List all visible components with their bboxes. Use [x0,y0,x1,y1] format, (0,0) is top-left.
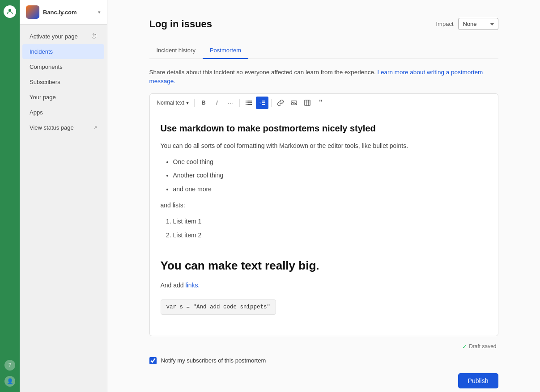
toolbar-divider-3 [271,99,272,107]
bullet-list-button[interactable] [242,97,255,109]
editor-code-snippet: var s = "And add code snippets" [161,299,276,315]
draft-saved-indicator: ✓ Draft saved [149,341,498,353]
rail-bottom-icons: ? 👤 [4,360,15,387]
link-button[interactable] [274,97,287,109]
tabs: Incident history Postmortem [149,42,498,59]
toolbar-divider-1 [194,99,195,107]
ordered-list-button[interactable]: 1. [256,97,268,109]
sidebar: Banc.ly.com ▾ Activate your page ⏱ Incid… [20,0,107,392]
italic-button[interactable]: I [211,97,223,109]
left-rail: ? 👤 [0,0,20,392]
svg-rect-13 [305,100,310,105]
quote-button[interactable]: " [315,97,327,109]
editor-paragraph1: You can do all sorts of cool formatting … [161,141,487,151]
chevron-down-icon: ▾ [186,100,189,106]
more-options-button[interactable]: ··· [224,97,237,109]
help-icon[interactable]: ? [4,360,15,371]
sidebar-incidents-label: Incidents [30,48,53,55]
editor-bullet-list: One cool thing Another cool thing and on… [173,157,487,194]
and-lists-label: and lists: [161,200,487,210]
main-inner: Log in issues Impact None Minor Major Cr… [132,0,516,392]
tab-incident-history[interactable]: Incident history [149,42,203,59]
editor-toolbar: Normal text ▾ B I ··· 1. [150,94,498,112]
toolbar-divider-2 [239,99,240,107]
sidebar-apps-label: Apps [30,109,43,116]
checkmark-icon: ✓ [462,343,467,350]
svg-rect-6 [247,104,252,105]
publish-row: Publish [149,373,498,388]
impact-row: Impact None Minor Major Critical [436,18,498,30]
sidebar-item-incidents[interactable]: Incidents [22,44,104,59]
main-content: Log in issues Impact None Minor Major Cr… [107,0,540,392]
company-selector[interactable]: Banc.ly.com ▾ [20,0,107,25]
editor-link[interactable]: links. [186,282,200,289]
image-button[interactable] [288,97,300,109]
svg-rect-9 [262,102,265,103]
sidebar-view-status-label: View status page [30,124,74,131]
publish-button[interactable]: Publish [458,373,498,388]
user-icon[interactable]: 👤 [4,376,15,387]
impact-label: Impact [436,21,453,27]
sidebar-subscribers-label: Subscribers [30,79,60,85]
editor-container: Normal text ▾ B I ··· 1. [149,93,498,336]
editor-body[interactable]: Use markdown to make postmortems nicely … [150,112,498,336]
notify-checkbox[interactable] [149,357,157,364]
svg-rect-2 [247,101,252,101]
page-header: Log in issues Impact None Minor Major Cr… [149,18,498,30]
svg-rect-3 [246,102,247,103]
text-style-selector[interactable]: Normal text ▾ [154,98,191,108]
sidebar-item-apps[interactable]: Apps [22,105,104,120]
numbered-item-2: List item 2 [173,230,487,240]
external-link-icon: ↗ [93,125,97,131]
editor-numbered-list: List item 1 List item 2 [173,216,487,240]
editor-big-heading: You can make text really big. [161,257,487,275]
table-button[interactable] [301,97,314,109]
editor-link-paragraph: And add links. [161,280,487,290]
notify-label[interactable]: Notify my subscribers of this postmortem [161,357,266,364]
notify-row: Notify my subscribers of this postmortem [149,357,498,364]
bullet-item-1: One cool thing [173,157,487,167]
bullet-item-3: and one more [173,184,487,194]
bold-button[interactable]: B [197,97,210,109]
sidebar-your-page-label: Your page [30,94,56,101]
numbered-item-1: List item 1 [173,216,487,226]
sidebar-activate-label: Activate your page [30,33,78,40]
sidebar-item-components[interactable]: Components [22,59,104,74]
chevron-down-icon: ▾ [98,9,101,15]
svg-rect-5 [246,104,247,105]
company-name: Banc.ly.com [43,9,94,16]
bullet-item-2: Another cool thing [173,170,487,180]
app-logo [4,5,16,18]
svg-rect-8 [262,101,265,101]
sidebar-item-view-status[interactable]: View status page ↗ [22,120,104,135]
sidebar-nav: Activate your page ⏱ Incidents Component… [20,25,107,139]
page-title: Log in issues [149,18,213,30]
editor-heading: Use markdown to make postmortems nicely … [161,121,487,135]
activate-icon: ⏱ [91,33,97,40]
sidebar-components-label: Components [30,63,63,70]
company-logo [26,5,39,19]
svg-point-0 [9,9,11,12]
sidebar-item-activate[interactable]: Activate your page ⏱ [22,29,104,44]
sidebar-item-your-page[interactable]: Your page [22,90,104,105]
tab-postmortem[interactable]: Postmortem [203,42,248,59]
sidebar-item-subscribers[interactable]: Subscribers [22,75,104,89]
svg-rect-4 [247,102,252,103]
svg-text:1.: 1. [259,101,262,105]
svg-rect-1 [246,101,247,101]
postmortem-info: Share details about this incident so eve… [149,68,498,86]
draft-saved-text: Draft saved [469,343,496,350]
svg-rect-10 [262,104,265,105]
impact-select[interactable]: None Minor Major Critical [458,18,498,30]
